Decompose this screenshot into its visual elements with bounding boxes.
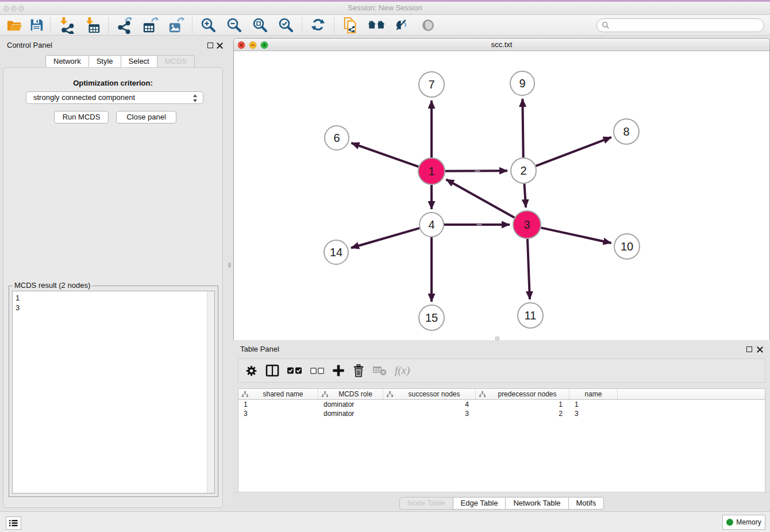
table-float-icon[interactable] xyxy=(746,346,752,352)
control-panel: Control Panel Network Style Select MCDS … xyxy=(0,38,226,511)
close-panel-button[interactable]: Close panel xyxy=(116,111,176,124)
show-details-icon[interactable] xyxy=(415,17,441,34)
table-close-icon[interactable] xyxy=(757,346,763,353)
graph-node-label-10: 10 xyxy=(621,240,633,253)
cell-shared-name[interactable]: 1 xyxy=(238,400,318,409)
cell-shared-name[interactable]: 3 xyxy=(238,409,318,418)
zoom-in-icon[interactable] xyxy=(195,17,221,34)
memory-button[interactable]: Memory xyxy=(722,515,765,530)
graph-edge-4-14[interactable] xyxy=(351,228,419,248)
column-label: MCDS role xyxy=(328,390,383,398)
zoom-fit-icon[interactable] xyxy=(247,17,273,34)
deselect-all-icon[interactable] xyxy=(310,363,324,378)
network-canvas[interactable]: 7968124314101511 xyxy=(234,51,769,340)
mcds-result-textarea[interactable]: 1 3 xyxy=(12,291,215,494)
canvas-resize-handle[interactable] xyxy=(495,337,499,340)
window-title: Session: New Session xyxy=(0,2,770,14)
tab-mcds[interactable]: MCDS xyxy=(157,55,195,68)
column-header-name[interactable]: name xyxy=(569,389,618,399)
cell-successor-nodes[interactable]: 4 xyxy=(383,400,476,409)
window-close-button[interactable] xyxy=(3,6,9,11)
cell-name[interactable]: 1 xyxy=(569,400,618,409)
graph-edge-3-1[interactable] xyxy=(446,179,514,218)
cell-predecessor-nodes[interactable]: 2 xyxy=(476,409,569,418)
graph-edge-3-10[interactable] xyxy=(541,228,611,243)
tab-edge-table[interactable]: Edge Table xyxy=(453,497,506,510)
column-layout-icon[interactable] xyxy=(265,363,279,378)
mcds-result-text: 1 3 xyxy=(13,291,214,313)
network-window-controls[interactable] xyxy=(238,41,271,49)
column-label: shared name xyxy=(248,390,318,398)
criterion-value: strongly connected component xyxy=(33,93,135,102)
task-history-button[interactable] xyxy=(6,516,21,530)
table-panel: Table Panel f(x) shared nameMCDS rolesu xyxy=(233,342,770,511)
delete-table-icon[interactable] xyxy=(372,363,387,378)
status-bar: Memory xyxy=(0,511,770,532)
graph-node-label-14: 14 xyxy=(330,246,342,259)
result-scrollbar[interactable] xyxy=(207,291,214,493)
graph-edge-2-8[interactable] xyxy=(536,137,611,166)
tab-network[interactable]: Network xyxy=(45,55,89,68)
table-settings-icon[interactable] xyxy=(245,363,257,378)
cell-MCDS-role[interactable]: dominator xyxy=(318,409,383,418)
network-graph: 7968124314101511 xyxy=(234,51,769,340)
memory-status-icon xyxy=(726,519,733,526)
edge-label-mark xyxy=(477,224,482,225)
select-all-icon[interactable] xyxy=(287,363,302,378)
cell-MCDS-role[interactable]: dominator xyxy=(318,400,383,409)
network-overview-icon[interactable] xyxy=(337,17,363,34)
table-row[interactable]: 3dominator323 xyxy=(238,409,765,418)
delete-row-icon[interactable] xyxy=(353,363,364,378)
graph-edge-3-11[interactable] xyxy=(528,239,530,299)
export-network-icon[interactable] xyxy=(111,17,137,34)
save-session-icon[interactable] xyxy=(25,17,47,34)
home-icon[interactable] xyxy=(363,17,389,34)
column-header-predecessor-nodes[interactable]: predecessor nodes xyxy=(476,389,569,399)
float-panel-icon[interactable] xyxy=(207,43,213,48)
run-mcds-button[interactable]: Run MCDS xyxy=(54,111,109,124)
criterion-select[interactable]: strongly connected component xyxy=(26,91,203,104)
search-input[interactable] xyxy=(596,18,764,32)
tab-select[interactable]: Select xyxy=(121,55,157,68)
column-header-successor-nodes[interactable]: successor nodes xyxy=(383,389,476,399)
zoom-out-icon[interactable] xyxy=(221,17,247,34)
tab-motifs[interactable]: Motifs xyxy=(568,497,605,510)
column-label: predecessor nodes xyxy=(486,390,569,398)
window-minimize-button[interactable] xyxy=(11,6,17,11)
zoom-selected-icon[interactable] xyxy=(273,17,299,34)
column-label: name xyxy=(569,390,617,398)
table-panel-title: Table Panel xyxy=(240,345,279,353)
mcds-result-title: MCDS result (2 nodes) xyxy=(13,281,92,290)
export-image-icon[interactable] xyxy=(163,17,189,34)
import-table-icon[interactable] xyxy=(79,17,105,34)
open-session-icon[interactable] xyxy=(3,17,25,34)
tab-style[interactable]: Style xyxy=(88,55,121,68)
memory-label: Memory xyxy=(736,518,761,526)
export-table-icon[interactable] xyxy=(137,17,163,34)
graph-edge-2-9[interactable] xyxy=(522,99,523,157)
column-header-shared-name[interactable]: shared name xyxy=(238,389,318,399)
graph-node-label-1: 1 xyxy=(428,165,434,178)
network-window-titlebar[interactable]: scc.txt xyxy=(234,38,769,51)
column-header-MCDS-role[interactable]: MCDS role xyxy=(318,389,383,399)
graph-node-label-2: 2 xyxy=(520,164,526,177)
function-builder-icon[interactable]: f(x) xyxy=(395,363,410,378)
add-row-icon[interactable] xyxy=(332,363,345,378)
vertical-splitter-handle[interactable] xyxy=(228,263,231,268)
graph-edge-2-3[interactable] xyxy=(524,184,526,207)
graph-node-label-7: 7 xyxy=(428,78,434,91)
graph-edge-1-6[interactable] xyxy=(351,143,418,167)
tab-node-table[interactable]: Node Table xyxy=(399,497,453,510)
refresh-icon[interactable] xyxy=(305,17,331,34)
graph-node-label-9: 9 xyxy=(519,77,525,90)
cell-predecessor-nodes[interactable]: 1 xyxy=(476,400,569,409)
window-zoom-button[interactable] xyxy=(18,6,24,11)
cell-successor-nodes[interactable]: 3 xyxy=(383,409,476,418)
tab-network-table[interactable]: Network Table xyxy=(505,497,568,510)
hide-details-icon[interactable] xyxy=(389,17,415,34)
close-panel-icon[interactable] xyxy=(217,43,223,49)
table-row[interactable]: 1dominator411 xyxy=(238,400,765,409)
search-icon xyxy=(602,21,610,29)
cell-name[interactable]: 3 xyxy=(569,409,618,418)
import-network-icon[interactable] xyxy=(53,17,79,34)
